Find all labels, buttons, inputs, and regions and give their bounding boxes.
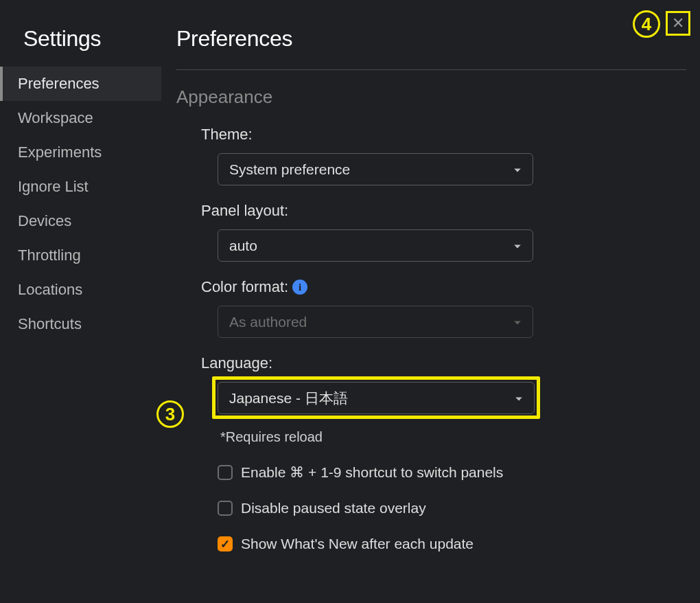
theme-value: System preference [229, 161, 350, 178]
sidebar-item-workspace[interactable]: Workspace [0, 101, 161, 135]
checkbox-label: Enable ⌘ + 1-9 shortcut to switch panels [241, 464, 503, 481]
checkbox-whats-new[interactable]: ✓ Show What's New after each update [218, 536, 686, 552]
field-theme: Theme: System preference [201, 126, 686, 185]
language-label: Language: [201, 354, 686, 372]
preferences-panel: Preferences Appearance Theme: System pre… [161, 0, 700, 603]
sidebar-item-shortcuts[interactable]: Shortcuts [0, 307, 161, 341]
chevron-down-icon [513, 314, 522, 330]
sidebar-item-locations[interactable]: Locations [0, 273, 161, 307]
page-title: Preferences [176, 26, 686, 52]
color-format-select: As authored [218, 306, 533, 338]
checkbox-icon [218, 465, 233, 480]
checkbox-label: Disable paused state overlay [241, 500, 426, 516]
language-value: Japanese - 日本語 [229, 389, 348, 408]
color-format-label: Color format: i [201, 278, 686, 296]
sidebar-item-experiments[interactable]: Experiments [0, 135, 161, 170]
annotation-marker-4: 4 [633, 10, 660, 38]
chevron-down-icon [513, 238, 522, 254]
theme-select[interactable]: System preference [218, 153, 533, 185]
sidebar-item-ignore-list[interactable]: Ignore List [0, 170, 161, 204]
field-color-format: Color format: i As authored [201, 278, 686, 338]
panel-layout-value: auto [229, 238, 257, 254]
checkbox-checked-icon: ✓ [218, 536, 233, 551]
annotation-marker-3: 3 [156, 400, 184, 428]
panel-layout-label: Panel layout: [201, 202, 686, 220]
chevron-down-icon [513, 161, 522, 178]
checkbox-label: Show What's New after each update [241, 536, 474, 552]
language-note: *Requires reload [220, 429, 686, 445]
annotation-highlight-close: ✕ [666, 11, 690, 36]
close-icon: ✕ [672, 14, 684, 32]
checkbox-shortcut-panels[interactable]: Enable ⌘ + 1-9 shortcut to switch panels [218, 464, 686, 481]
section-appearance: Appearance [176, 87, 686, 108]
theme-label: Theme: [201, 126, 686, 144]
checkbox-disable-overlay[interactable]: Disable paused state overlay [218, 500, 686, 516]
checkbox-icon [218, 501, 233, 516]
info-icon[interactable]: i [292, 280, 307, 295]
settings-sidebar: Settings Preferences Workspace Experimen… [0, 0, 161, 603]
divider [176, 69, 686, 70]
sidebar-item-devices[interactable]: Devices [0, 204, 161, 238]
chevron-down-icon [515, 390, 523, 407]
field-panel-layout: Panel layout: auto [201, 202, 686, 262]
panel-layout-select[interactable]: auto [218, 229, 533, 262]
color-format-value: As authored [229, 314, 307, 330]
sidebar-item-throttling[interactable]: Throttling [0, 238, 161, 273]
field-language: Language: Japanese - 日本語 *Requires reloa… [201, 354, 686, 445]
sidebar-title: Settings [0, 26, 161, 67]
close-button[interactable]: ✕ [669, 14, 687, 32]
sidebar-item-preferences[interactable]: Preferences [0, 67, 161, 101]
language-select[interactable]: Japanese - 日本語 [218, 382, 535, 414]
